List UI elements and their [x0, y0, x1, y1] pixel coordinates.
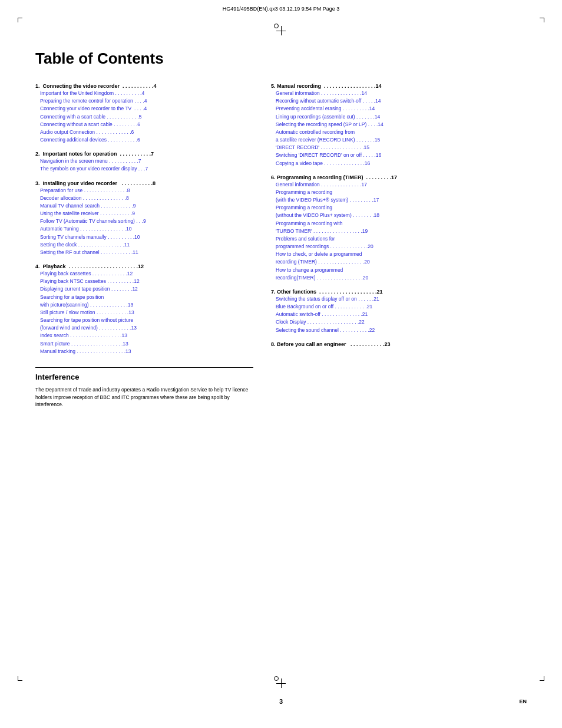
toc-section-2: 2. Important notes for operation . . . .…	[35, 151, 253, 173]
toc-item: Automatic switch-off . . . . . . . . . .…	[271, 311, 527, 318]
interference-section: Interference The Department of Trade and…	[35, 367, 253, 409]
toc-section-3: 3. Installing your video recorder . . . …	[35, 180, 253, 257]
toc-item: Follow TV (Automatic TV channels sorting…	[35, 218, 253, 225]
toc-section-1: 1. Connecting the video recorder . . . .…	[35, 83, 253, 144]
main-content: Table of Contents 1. Connecting the vide…	[0, 14, 562, 420]
toc-item: Important for the United Kingdom . . . .…	[35, 90, 253, 97]
toc-item: (with the VIDEO Plus+® system) . . . . .…	[271, 196, 527, 204]
two-columns: 1. Connecting the video recorder . . . .…	[35, 78, 527, 409]
toc-section-6: 6. Programming a recording (TIMER) . . .…	[271, 174, 527, 282]
toc-item: Displaying current tape position . . . .…	[35, 285, 253, 293]
toc-item: Connecting without a scart cable . . . .…	[35, 121, 253, 129]
toc-item: with picture(scanning) . . . . . . . . .…	[35, 301, 253, 309]
toc-section-7: 7. Other functions . . . . . . . . . . .…	[271, 289, 527, 334]
section-4-header: 4. Playback . . . . . . . . . . . . . . …	[35, 263, 253, 269]
toc-item: Connecting with a scart cable . . . . . …	[35, 113, 253, 121]
toc-item: How to change a programmed	[271, 266, 527, 274]
toc-item: Navigation in the screen menu . . . . . …	[35, 157, 253, 165]
corner-mark-tr	[540, 18, 544, 22]
crosshair-bottom	[276, 678, 286, 688]
toc-item: General information . . . . . . . . . . …	[271, 90, 527, 97]
toc-item: Clock Display . . . . . . . . . . . . . …	[271, 318, 527, 326]
toc-item: How to check, or delete a programmed	[271, 251, 527, 258]
toc-item: Copying a video tape . . . . . . . . . .…	[271, 160, 527, 167]
toc-item: a satellite receiver (RECORD LINK) . . .…	[271, 136, 527, 144]
toc-item: Still picture / slow motion . . . . . . …	[35, 309, 253, 317]
toc-item: Using the satellite receiver . . . . . .…	[35, 210, 253, 218]
toc-section-4: 4. Playback . . . . . . . . . . . . . . …	[35, 263, 253, 355]
toc-item: (forward wind and rewind) . . . . . . . …	[35, 324, 253, 332]
right-column: 5. Manual recording . . . . . . . . . . …	[271, 78, 527, 409]
toc-item: Decoder allocation . . . . . . . . . . .…	[35, 195, 253, 202]
toc-item: Programming a recording	[271, 204, 527, 212]
toc-item: The symbols on your video recorder displ…	[35, 165, 253, 173]
section-6-header: 6. Programming a recording (TIMER) . . .…	[271, 174, 527, 180]
crosshair-top	[276, 26, 286, 35]
section-2-header: 2. Important notes for operation . . . .…	[35, 151, 253, 157]
toc-item: Connecting additional devices . . . . . …	[35, 136, 253, 144]
toc-item: Automatic controlled recording from	[271, 129, 527, 136]
footer-language: EN	[519, 699, 527, 704]
toc-item: (without the VIDEO Plus+ system) . . . .…	[271, 212, 527, 219]
toc-item: Selecting the sound channel . . . . . . …	[271, 327, 527, 334]
toc-item: Switching the status display off or on .…	[271, 295, 527, 303]
toc-item: programmed recordings . . . . . . . . . …	[271, 243, 527, 251]
toc-item: Searching for a tape position	[35, 294, 253, 301]
section-3-header: 3. Installing your video recorder . . . …	[35, 180, 253, 186]
toc-item: Searching for tape position without pict…	[35, 317, 253, 324]
toc-item: Audio output Connection . . . . . . . . …	[35, 129, 253, 136]
top-header: HG491/495BD(EN).qx3 03.12.19 9:54 PM Pag…	[0, 0, 562, 14]
toc-item: Connecting your video recorder to the TV…	[35, 105, 253, 113]
toc-item: Index search . . . . . . . . . . . . . .…	[35, 332, 253, 340]
toc-item: Programming a recording with	[271, 220, 527, 228]
toc-item: Recording without automatic switch-off .…	[271, 97, 527, 105]
toc-item: recording(TIMER) . . . . . . . . . . . .…	[271, 274, 527, 282]
toc-item: Manual TV channel search . . . . . . . .…	[35, 202, 253, 210]
page-wrapper: HG491/495BD(EN).qx3 03.12.19 9:54 PM Pag…	[0, 0, 562, 728]
page-title: Table of Contents	[35, 50, 527, 68]
toc-item: Automatic Tuning . . . . . . . . . . . .…	[35, 225, 253, 233]
corner-mark-br	[540, 676, 544, 681]
page-footer: 3 EN	[0, 699, 562, 704]
toc-item: Smart picture . . . . . . . . . . . . . …	[35, 340, 253, 348]
toc-item: Problems and solutions for	[271, 235, 527, 243]
corner-mark-tl	[18, 18, 22, 22]
toc-item: Playing back cassettes . . . . . . . . .…	[35, 270, 253, 278]
corner-mark-bl	[18, 676, 22, 681]
section-7-header: 7. Other functions . . . . . . . . . . .…	[271, 289, 527, 295]
toc-item: Preparing the remote control for operati…	[35, 97, 253, 105]
toc-item: Setting the RF out channel . . . . . . .…	[35, 249, 253, 256]
toc-section-8: 8. Before you call an engineer . . . . .…	[271, 341, 527, 347]
section-1-header: 1. Connecting the video recorder . . . .…	[35, 83, 253, 89]
footer-page-number: 3	[279, 698, 283, 705]
toc-item: Lining up recordings (assemble cut) . . …	[271, 113, 527, 121]
header-text: HG491/495BD(EN).qx3 03.12.19 9:54 PM Pag…	[223, 6, 340, 12]
toc-item: Blue Background on or off . . . . . . . …	[271, 303, 527, 311]
toc-item: Programming a recording	[271, 189, 527, 196]
toc-section-5: 5. Manual recording . . . . . . . . . . …	[271, 83, 527, 167]
left-column: 1. Connecting the video recorder . . . .…	[35, 78, 253, 409]
toc-item: 'TURBO TIMER' . . . . . . . . . . . . . …	[271, 228, 527, 235]
toc-item: Playing back NTSC cassettes . . . . . . …	[35, 278, 253, 285]
toc-item: Switching 'DIRECT RECORD' on or off . . …	[271, 151, 527, 159]
toc-item: Preparation for use . . . . . . . . . . …	[35, 187, 253, 195]
toc-item: 'DIRECT RECORD' . . . . . . . . . . . . …	[271, 144, 527, 151]
interference-text: The Department of Trade and industry ope…	[35, 386, 253, 409]
toc-item: Setting the clock . . . . . . . . . . . …	[35, 241, 253, 249]
section-5-header: 5. Manual recording . . . . . . . . . . …	[271, 83, 527, 89]
toc-item: General information . . . . . . . . . . …	[271, 181, 527, 189]
toc-item: Preventing accidental erasing . . . . . …	[271, 105, 527, 113]
toc-item: Selecting the recording speed (SP or LP)…	[271, 121, 527, 129]
section-8-header: 8. Before you call an engineer . . . . .…	[271, 341, 527, 347]
toc-item: recording (TIMER) . . . . . . . . . . . …	[271, 258, 527, 266]
interference-title: Interference	[35, 373, 253, 381]
toc-item: Sorting TV channels manually . . . . . .…	[35, 233, 253, 241]
toc-item: Manual tracking . . . . . . . . . . . . …	[35, 348, 253, 355]
